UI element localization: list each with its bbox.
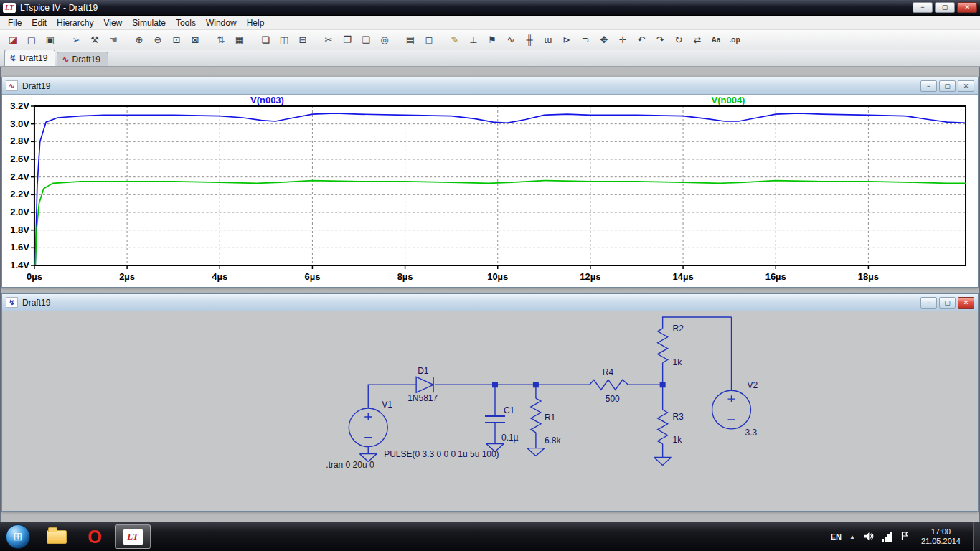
minimize-button[interactable]: − — [920, 297, 937, 309]
zoom-in-button[interactable]: ⊕ — [131, 32, 148, 48]
place-ground-button[interactable]: ⊥ — [465, 32, 482, 48]
tran-directive-label[interactable]: .tran 0 20u 0 — [326, 460, 374, 470]
component-r4-resistor[interactable] — [590, 380, 633, 390]
volume-icon[interactable] — [863, 531, 874, 543]
waveform-window-titlebar[interactable]: ∿ Draft19 − ▢ ✕ — [2, 77, 978, 95]
menu-item[interactable]: File — [3, 17, 27, 29]
place-capacitor-button[interactable]: ╫ — [521, 32, 538, 48]
paste-button[interactable]: ❑ — [357, 32, 374, 48]
place-component-button[interactable]: ⊃ — [577, 32, 594, 48]
waveform-plot-area[interactable]: 3.2V3.0V2.8V2.6V2.4V2.2V2.0V1.8V1.6V1.4V… — [2, 95, 978, 287]
trace-V(n004)[interactable] — [35, 181, 966, 265]
menu-item[interactable]: Window — [201, 17, 242, 29]
action-center-flag-icon[interactable] — [900, 531, 909, 542]
print-preview-button[interactable]: ◻ — [420, 32, 438, 48]
zoom-area-button[interactable]: ⊡ — [168, 32, 185, 48]
zoom-fit-button[interactable]: ⊠ — [187, 32, 204, 48]
halt-button[interactable]: ☚ — [105, 32, 122, 48]
component-r2-resistor[interactable] — [658, 317, 732, 385]
redo-button[interactable]: ↷ — [651, 32, 669, 48]
place-resistor-button[interactable]: ∿ — [502, 32, 519, 48]
network-icon[interactable] — [882, 532, 892, 542]
component-d1-diode[interactable] — [416, 377, 433, 392]
place-diode-button[interactable]: ⊳ — [558, 32, 575, 48]
mirror-button[interactable]: ⇄ — [689, 32, 706, 48]
spice-directive-button[interactable]: .op — [726, 32, 743, 48]
language-indicator[interactable]: EN — [831, 532, 842, 541]
menu-item[interactable]: Hierarchy — [52, 17, 98, 29]
undo-button[interactable]: ↶ — [633, 32, 650, 48]
menu-item[interactable]: Help — [242, 17, 270, 29]
r2-value-label[interactable]: 1k — [673, 357, 682, 367]
maximize-button[interactable]: ▢ — [939, 297, 956, 309]
r1-value-label[interactable]: 6.8k — [545, 435, 561, 446]
close-button[interactable]: ✕ — [957, 2, 977, 13]
v1-name-label[interactable]: V1 — [382, 400, 392, 410]
minimize-button[interactable]: − — [913, 2, 933, 13]
schematic-canvas[interactable]: V1 PULSE(0 3.3 0 0 0 1u 5u 100) D1 1N581… — [2, 311, 978, 511]
tab-draft19-waveform[interactable]: ∿ Draft19 — [57, 52, 108, 66]
r3-name-label[interactable]: R3 — [673, 412, 684, 422]
component-r1-resistor[interactable] — [527, 385, 545, 456]
taskbar-ltspice-button[interactable]: LT — [115, 524, 151, 549]
show-desktop-button[interactable] — [973, 522, 980, 551]
draw-wire-button[interactable]: ✎ — [446, 32, 463, 48]
v2-name-label[interactable]: V2 — [747, 380, 758, 390]
print-button[interactable]: ▤ — [402, 32, 419, 48]
main-titlebar[interactable]: LT LTspice IV - Draft19 − ▢ ✕ — [0, 0, 980, 16]
d1-name-label[interactable]: D1 — [418, 366, 429, 376]
maximize-button[interactable]: ▢ — [935, 2, 955, 13]
r2-name-label[interactable]: R2 — [673, 324, 684, 334]
r4-value-label[interactable]: 500 — [606, 394, 620, 404]
clock[interactable]: 17:00 21.05.2014 — [921, 527, 961, 546]
tile-vertical-button[interactable]: ⊟ — [294, 32, 311, 48]
taskbar-opera-button[interactable]: O — [77, 524, 113, 549]
v2-value-label[interactable]: 3.3 — [745, 428, 757, 438]
start-button[interactable]: ⊞ — [6, 524, 30, 549]
autorange-button[interactable]: ⇅ — [212, 32, 230, 48]
control-panel-button[interactable]: ⚒ — [86, 32, 103, 48]
zoom-out-button[interactable]: ⊖ — [149, 32, 166, 48]
c1-value-label[interactable]: 0.1µ — [501, 433, 519, 443]
tray-expand-icon[interactable]: ▲ — [849, 534, 855, 540]
tile-horizontal-button[interactable]: ◫ — [275, 32, 293, 48]
v1-value-label[interactable]: PULSE(0 3.3 0 0 0 1u 5u 100) — [384, 449, 499, 459]
open-button[interactable]: ▢ — [23, 32, 40, 48]
waveform-plot[interactable]: 3.2V3.0V2.8V2.6V2.4V2.2V2.0V1.8V1.6V1.4V… — [2, 95, 978, 287]
drag-button[interactable]: ✛ — [614, 32, 631, 48]
rotate-button[interactable]: ↻ — [670, 32, 687, 48]
menu-item[interactable]: Simulate — [127, 17, 171, 29]
component-v2-voltage-source[interactable] — [712, 317, 751, 429]
r3-value-label[interactable]: 1k — [673, 435, 682, 445]
taskbar-explorer-button[interactable] — [39, 524, 75, 549]
r4-name-label[interactable]: R4 — [603, 367, 614, 377]
place-inductor-button[interactable]: ɯ — [540, 32, 557, 48]
r1-name-label[interactable]: R1 — [545, 413, 556, 423]
schematic-window-titlebar[interactable]: ↯ Draft19 − ▢ ✕ — [2, 294, 978, 311]
c1-name-label[interactable]: C1 — [504, 405, 515, 415]
tab-draft19-schematic[interactable]: ↯ Draft19 — [4, 50, 55, 66]
close-button[interactable]: ✕ — [958, 297, 974, 309]
trace-V(n003)[interactable] — [35, 113, 966, 265]
component-v1-voltage-source[interactable] — [349, 408, 387, 461]
menu-item[interactable]: Edit — [27, 17, 52, 29]
maximize-button[interactable]: ▢ — [939, 80, 956, 92]
d1-value-label[interactable]: 1N5817 — [407, 393, 438, 403]
place-text-button[interactable]: Aa — [707, 32, 725, 48]
close-button[interactable]: ✕ — [958, 80, 974, 92]
save-button[interactable]: ▣ — [42, 32, 59, 48]
trace-label-V(n004)[interactable]: V(n004) — [712, 95, 745, 105]
plot-settings-button[interactable]: ▦ — [231, 32, 248, 48]
trace-label-V(n003)[interactable]: V(n003) — [250, 95, 284, 105]
place-label-button[interactable]: ⚑ — [484, 32, 501, 48]
run-button[interactable]: ➢ — [67, 32, 85, 48]
menu-item[interactable]: Tools — [171, 17, 201, 29]
find-button[interactable]: ◎ — [376, 32, 393, 48]
menu-item[interactable]: View — [98, 17, 127, 29]
new-schematic-button[interactable]: ◪ — [4, 32, 22, 48]
cut-button[interactable]: ✂ — [320, 32, 337, 48]
cascade-windows-button[interactable]: ❏ — [257, 32, 274, 48]
schematic-canvas-area[interactable]: V1 PULSE(0 3.3 0 0 0 1u 5u 100) D1 1N581… — [2, 311, 978, 511]
move-button[interactable]: ✥ — [595, 32, 613, 48]
minimize-button[interactable]: − — [920, 80, 937, 92]
